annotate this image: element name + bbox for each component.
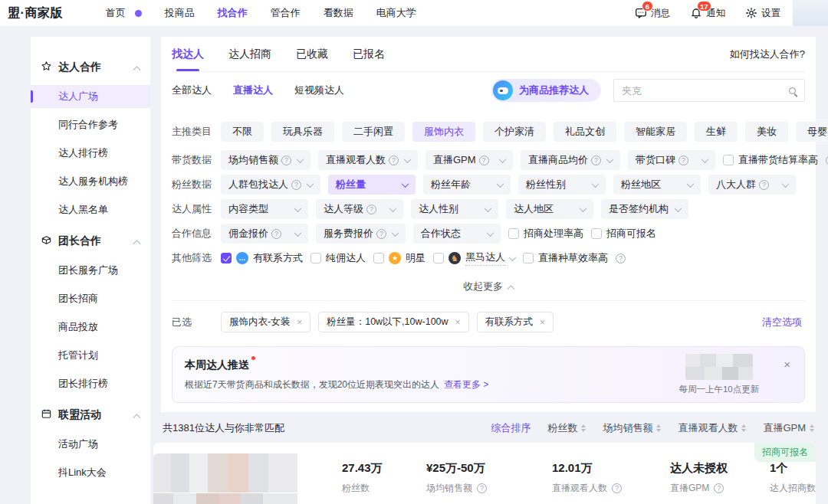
nav-item-5[interactable]: 电商大学 (376, 6, 416, 20)
checkbox-unchecked[interactable] (723, 155, 734, 165)
sidebar-item-0-4[interactable]: 达人黑名单 (31, 198, 150, 221)
recommend-experts-button[interactable]: 为商品推荐达人 (491, 79, 601, 102)
see-more-link[interactable]: 查看更多 > (444, 379, 488, 390)
filter-dropdown-2-2[interactable]: 粉丝年龄 (423, 175, 511, 195)
selected-tag-1[interactable]: 粉丝量：10w以下,10w-100w× (318, 312, 468, 332)
search-button[interactable] (780, 80, 804, 101)
remove-tag-icon[interactable]: × (297, 317, 302, 328)
checkbox-unchecked[interactable] (523, 253, 534, 263)
sort-option-3[interactable]: 直播观看人数 (678, 421, 746, 435)
filter-dropdown-4-2[interactable]: 合作状态 (413, 224, 501, 244)
sidebar-item-0-2[interactable]: 达人排行榜 (31, 142, 150, 165)
remove-tag-icon[interactable]: × (455, 317, 461, 328)
category-pill-0-8[interactable]: 美妆 (745, 122, 788, 142)
sidebar-item-0-0[interactable]: 达人广场 (31, 85, 150, 108)
checkbox-unchecked[interactable] (433, 253, 444, 263)
sort-option-4[interactable]: 直播GPM (763, 421, 814, 435)
filter-checkbox-4-3[interactable]: 招商处理率高 (508, 227, 583, 241)
category-pill-0-2[interactable]: 二手闲置 (342, 122, 405, 142)
checkbox-unchecked[interactable] (373, 253, 384, 263)
filter-dropdown-1-4[interactable]: 带货口碑? (628, 150, 715, 170)
nav-item-3[interactable]: 管合作 (271, 6, 301, 20)
filter-dropdown-4-1[interactable]: 服务费报价? (316, 224, 406, 244)
checkbox-unchecked[interactable] (508, 228, 519, 239)
remove-tag-icon[interactable]: × (540, 317, 545, 328)
filter-dropdown-3-0[interactable]: 内容类型 (221, 199, 308, 219)
filter-dropdown-3-2[interactable]: 达人性别 (411, 199, 498, 219)
nav-item-0[interactable]: 首页 (106, 6, 142, 20)
filter-dropdown-1-1[interactable]: 直播观看人数? (318, 150, 418, 170)
type-tab-1[interactable]: 直播达人 (233, 83, 273, 97)
topbar-action-message[interactable]: 消息6 (635, 7, 670, 20)
selected-tag-0[interactable]: 服饰内衣-女装× (221, 312, 310, 332)
sidebar-item-1-2[interactable]: 商品投放 (31, 316, 150, 339)
expert-stat-3: 达人未授权直播GPM? (670, 461, 745, 504)
checkbox-checked[interactable] (221, 253, 232, 263)
sidebar-item-2-0[interactable]: 活动广场 (31, 433, 150, 456)
filter-dropdown-3-1[interactable]: 达人等级? (316, 199, 403, 219)
sidebar-item-1-4[interactable]: 团长排行榜 (31, 372, 150, 395)
sidebar-item-2-1[interactable]: 抖Link大会 (31, 461, 150, 484)
filter-checkbox-5-4[interactable]: 直播种草效率高? (523, 251, 626, 265)
checkbox-unchecked[interactable] (310, 253, 321, 263)
tab-3[interactable]: 已报名 (353, 37, 385, 71)
sidebar-section-header-0[interactable]: 达人合作 (31, 55, 150, 80)
type-tab-2[interactable]: 短视频达人 (294, 83, 344, 97)
tab-1[interactable]: 达人招商 (228, 37, 271, 71)
collapse-more-button[interactable]: 收起更多 (172, 273, 805, 300)
user-avatar-blurred[interactable] (793, 0, 828, 26)
sort-option-0[interactable]: 综合排序 (491, 421, 531, 435)
topbar-action-gear[interactable]: 设置 (745, 7, 780, 20)
selected-tag-2[interactable]: 有联系方式× (477, 312, 554, 332)
filter-dropdown-2-4[interactable]: 粉丝地区 (613, 175, 701, 195)
nav-item-1[interactable]: 投商品 (165, 6, 195, 20)
category-pill-0-5[interactable]: 礼品文创 (554, 122, 616, 142)
filter-checkbox-4-4[interactable]: 招商可报名 (591, 227, 656, 241)
search-input[interactable] (614, 85, 780, 97)
sidebar-item-0-1[interactable]: 同行合作参考 (31, 113, 150, 136)
banner-close-icon[interactable]: × (784, 358, 790, 370)
filter-checkbox-1-5[interactable]: 直播带货结算率高? (723, 153, 828, 167)
filter-dropdown-1-3[interactable]: 直播商品均价? (521, 150, 620, 170)
filter-dropdown-2-3[interactable]: 粉丝性别 (518, 175, 606, 195)
tab-2[interactable]: 已收藏 (296, 37, 328, 71)
tab-0[interactable]: 找达人 (172, 37, 204, 71)
topbar-action-bell[interactable]: 通知17 (690, 7, 725, 20)
sort-option-1[interactable]: 粉丝数 (547, 421, 586, 435)
filter-dropdown-4-0[interactable]: 佣金报价? (221, 224, 308, 244)
red-dot-icon (251, 356, 255, 360)
filter-checkbox-5-0[interactable]: …有联系方式 (221, 251, 303, 265)
filter-dropdown-2-1[interactable]: 粉丝量 (328, 175, 416, 195)
type-tab-0[interactable]: 全部达人 (172, 83, 212, 97)
sidebar-item-0-3[interactable]: 达人服务机构榜 (31, 170, 150, 193)
filter-checkbox-5-1[interactable]: 纯佣达人 (310, 251, 366, 265)
chevron-down-icon (782, 180, 790, 188)
category-pill-0-6[interactable]: 智能家居 (624, 122, 687, 142)
sidebar-section-header-1[interactable]: 团长合作 (31, 229, 150, 254)
sidebar-item-1-1[interactable]: 团长招商 (31, 287, 150, 310)
category-pill-0-0[interactable]: 不限 (221, 122, 264, 142)
sort-option-2[interactable]: 场均销售额 (603, 421, 661, 435)
category-pill-0-9[interactable]: 母婴宠物 (796, 122, 828, 142)
filter-dropdown-1-2[interactable]: 直播GPM? (426, 150, 513, 170)
filter-dropdown-2-5[interactable]: 八大人群? (708, 175, 796, 195)
filter-dropdown-3-4[interactable]: 是否签约机构 (601, 199, 688, 219)
checkbox-unchecked[interactable] (591, 228, 602, 239)
category-pill-0-7[interactable]: 生鲜 (695, 122, 738, 142)
help-link[interactable]: 如何找达人合作? (730, 47, 805, 61)
clear-options-button[interactable]: 清空选项 (762, 316, 805, 329)
sidebar-item-1-0[interactable]: 团长服务广场 (31, 259, 150, 282)
nav-item-4[interactable]: 看数据 (324, 6, 353, 20)
sidebar-section-header-2[interactable]: 联盟活动 (31, 403, 150, 427)
category-pill-0-1[interactable]: 玩具乐器 (271, 122, 334, 142)
filter-dropdown-1-0[interactable]: 场均销售额? (221, 150, 310, 170)
filter-checkbox-5-2[interactable]: ★明星 (373, 251, 426, 265)
filter-dropdown-3-3[interactable]: 达人地区 (506, 199, 593, 219)
nav-item-2[interactable]: 找合作 (218, 6, 248, 20)
filter-checkbox-5-3[interactable]: ♞黑马达人 (433, 250, 515, 266)
category-pill-0-3[interactable]: 服饰内衣 (412, 122, 475, 142)
category-pill-0-4[interactable]: 个护家清 (483, 122, 546, 142)
filter-dropdown-2-0[interactable]: 人群包找达人? (221, 175, 320, 195)
expert-avatar-blurred[interactable] (153, 453, 297, 504)
sidebar-item-1-3[interactable]: 托管计划 (31, 344, 150, 367)
